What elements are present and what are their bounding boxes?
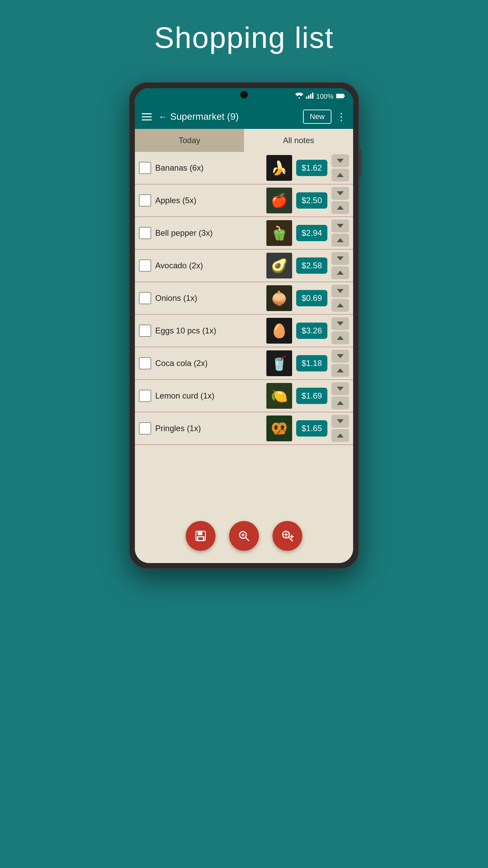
add-action-button[interactable] [272, 521, 302, 551]
triangle-up-icon [337, 206, 344, 210]
triangle-down-icon [337, 159, 344, 163]
stepper-up-7[interactable] [331, 397, 349, 409]
svg-point-0 [299, 97, 300, 99]
app-bar: ← Supermarket (9) New ⋮ [135, 104, 353, 129]
side-button [359, 150, 361, 177]
triangle-up-icon [337, 271, 344, 275]
camera-notch [240, 91, 248, 98]
item-price-5: $3.26 [296, 323, 327, 339]
svg-rect-11 [198, 537, 203, 540]
item-checkbox-1[interactable] [139, 194, 151, 207]
item-name-0: Bananas (6x) [155, 163, 262, 173]
stepper-up-8[interactable] [331, 429, 349, 442]
list-item: Eggs 10 pcs (1x) 🥚 $3.26 [135, 315, 353, 347]
signal-icon [306, 93, 313, 100]
stepper-down-6[interactable] [331, 350, 349, 363]
phone-screen: 100% ← Supermarket (9) [135, 88, 353, 563]
item-price-0: $1.62 [296, 160, 327, 176]
stepper-up-5[interactable] [331, 331, 349, 344]
stepper-group-6 [331, 350, 349, 377]
item-image-6: 🥤 [266, 350, 292, 376]
wifi-icon [295, 93, 303, 100]
item-name-3: Avocado (2x) [155, 261, 262, 270]
item-checkbox-4[interactable] [139, 292, 151, 304]
item-name-2: Bell pepper (3x) [155, 228, 262, 238]
stepper-down-2[interactable] [331, 219, 349, 232]
svg-rect-7 [344, 95, 345, 97]
search-action-button[interactable] [229, 521, 259, 551]
stepper-up-3[interactable] [331, 266, 349, 279]
stepper-up-2[interactable] [331, 234, 349, 247]
stepper-group-0 [331, 154, 349, 181]
app-bar-title: ← Supermarket (9) [159, 111, 303, 122]
stepper-group-1 [331, 187, 349, 214]
triangle-up-icon [337, 368, 344, 372]
svg-rect-1 [306, 97, 307, 99]
item-price-6: $1.18 [296, 355, 327, 371]
svg-line-13 [245, 537, 249, 541]
triangle-down-icon [337, 224, 344, 228]
new-button[interactable]: New [303, 110, 331, 124]
triangle-down-icon [337, 419, 344, 423]
item-image-4: 🧅 [266, 285, 292, 311]
tab-all-notes[interactable]: All notes [244, 129, 353, 152]
stepper-group-7 [331, 382, 349, 409]
tabs-row: Today All notes [135, 129, 353, 152]
back-arrow-icon[interactable]: ← [159, 112, 167, 122]
svg-rect-4 [312, 93, 313, 99]
item-checkbox-5[interactable] [139, 325, 151, 337]
bottom-action-bar [135, 513, 353, 563]
item-image-7: 🍋 [266, 383, 292, 409]
triangle-up-icon [337, 336, 344, 340]
triangle-down-icon [337, 289, 344, 293]
list-item: Bananas (6x) 🍌 $1.62 [135, 152, 353, 185]
item-checkbox-2[interactable] [139, 227, 151, 239]
triangle-up-icon [337, 173, 344, 177]
stepper-group-5 [331, 317, 349, 344]
triangle-up-icon [337, 238, 344, 242]
stepper-up-1[interactable] [331, 201, 349, 214]
triangle-down-icon [337, 322, 344, 326]
item-price-8: $1.65 [296, 420, 327, 437]
tab-today[interactable]: Today [135, 129, 244, 152]
battery-text: 100% [316, 93, 333, 100]
save-action-button[interactable] [186, 521, 216, 551]
stepper-down-4[interactable] [331, 285, 349, 297]
item-checkbox-3[interactable] [139, 259, 151, 272]
list-item: Onions (1x) 🧅 $0.69 [135, 282, 353, 315]
item-checkbox-0[interactable] [139, 162, 151, 174]
stepper-up-0[interactable] [331, 169, 349, 181]
triangle-down-icon [337, 354, 344, 358]
stepper-up-6[interactable] [331, 364, 349, 377]
item-checkbox-7[interactable] [139, 390, 151, 402]
shopping-list: Bananas (6x) 🍌 $1.62 Apples (5x) 🍎 $2.50 [135, 152, 353, 445]
stepper-down-8[interactable] [331, 415, 349, 428]
item-image-0: 🍌 [266, 155, 292, 181]
item-name-5: Eggs 10 pcs (1x) [155, 326, 262, 335]
svg-rect-2 [308, 95, 309, 99]
more-options-icon[interactable]: ⋮ [336, 112, 346, 122]
stepper-group-4 [331, 285, 349, 312]
battery-icon [336, 93, 345, 100]
item-checkbox-6[interactable] [139, 357, 151, 369]
svg-rect-3 [310, 94, 311, 99]
item-image-5: 🥚 [266, 318, 292, 344]
item-name-1: Apples (5x) [155, 196, 262, 205]
list-item: Bell pepper (3x) 🫑 $2.94 [135, 217, 353, 250]
hamburger-menu-icon[interactable] [142, 113, 152, 120]
phone-frame: 100% ← Supermarket (9) [129, 82, 359, 569]
list-item: Avocado (2x) 🥑 $2.58 [135, 250, 353, 282]
stepper-up-4[interactable] [331, 299, 349, 312]
triangle-up-icon [337, 303, 344, 307]
item-image-8: 🥨 [266, 416, 292, 441]
item-name-4: Onions (1x) [155, 293, 262, 303]
stepper-down-3[interactable] [331, 252, 349, 265]
stepper-down-5[interactable] [331, 317, 349, 330]
stepper-group-3 [331, 252, 349, 279]
stepper-down-0[interactable] [331, 154, 349, 167]
item-checkbox-8[interactable] [139, 422, 151, 435]
stepper-down-7[interactable] [331, 382, 349, 395]
stepper-group-8 [331, 415, 349, 442]
stepper-down-1[interactable] [331, 187, 349, 200]
svg-rect-6 [337, 94, 343, 98]
